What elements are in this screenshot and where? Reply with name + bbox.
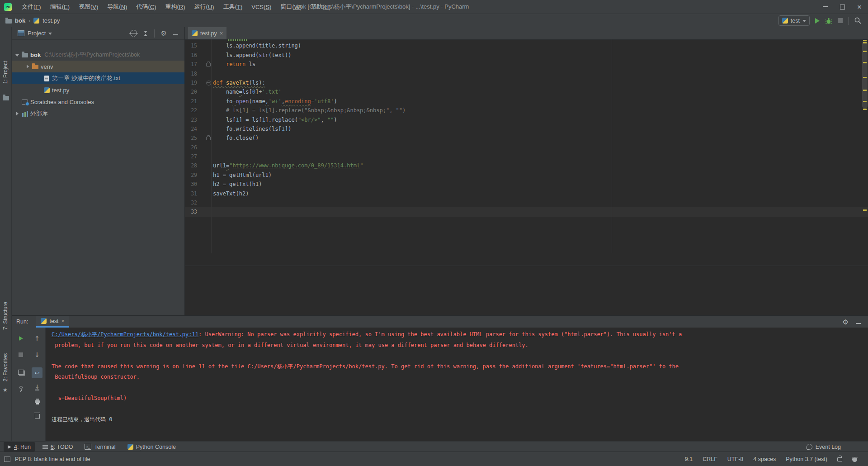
code-line-24[interactable]: 24 fo.writelines(ls[1]) <box>185 124 868 133</box>
gear-icon[interactable] <box>161 30 167 37</box>
run-console[interactable]: C:/Users/杨小平/PycharmProjects/bok/test.py… <box>46 328 868 442</box>
status-widget-4[interactable]: Python 3.7 (test) <box>786 456 827 462</box>
tree-item-3[interactable]: test.py <box>12 84 184 96</box>
pin-tab-button[interactable] <box>15 382 26 393</box>
hide-panel-icon[interactable] <box>856 323 861 324</box>
line-number[interactable]: 32 <box>188 198 197 207</box>
tool-stripe-favorites[interactable]: 2: Favorites <box>1 349 10 385</box>
rerun-button[interactable] <box>15 333 26 344</box>
line-number[interactable]: 17 <box>188 60 197 69</box>
line-number[interactable]: 31 <box>188 189 197 198</box>
down-stacktrace-button[interactable]: ↓ <box>32 349 42 360</box>
tool-stripe-structure[interactable]: 7: Structure <box>1 298 10 334</box>
line-number[interactable]: 19 <box>188 78 197 87</box>
warning-stripe-mark[interactable] <box>863 42 867 43</box>
code-line-17[interactable]: 17 return ls <box>185 60 868 69</box>
breadcrumb-project[interactable]: bok <box>15 17 25 24</box>
breadcrumb-file[interactable]: test.py <box>42 17 60 24</box>
chevron-right-icon[interactable] <box>16 112 19 115</box>
code-line-30[interactable]: 30h2 = getTxt(h1) <box>185 180 868 189</box>
favorites-star-icon[interactable]: ★ <box>3 387 8 393</box>
warning-stripe-mark[interactable] <box>863 40 867 41</box>
line-number[interactable]: 26 <box>188 143 197 152</box>
event-log-button[interactable]: Event Log <box>807 444 841 450</box>
menubar-item-6[interactable]: 运行(U) <box>190 0 219 14</box>
code-line-26[interactable]: 26 <box>185 143 868 152</box>
code-line-18[interactable]: 18 <box>185 69 868 78</box>
print-button[interactable] <box>32 396 42 407</box>
line-number[interactable]: 16 <box>188 51 197 60</box>
line-number[interactable]: 29 <box>188 171 197 180</box>
code-line-25[interactable]: 25 fo.close() <box>185 133 868 143</box>
menubar-item-5[interactable]: 重构(R) <box>161 0 190 14</box>
chevron-down-icon[interactable] <box>48 33 52 35</box>
code-line-16[interactable]: 16 ls.append(str(text)) <box>185 51 868 60</box>
up-stacktrace-button[interactable]: ↑ <box>32 333 42 344</box>
unlock-icon[interactable] <box>837 457 842 461</box>
search-everywhere-button[interactable] <box>854 17 862 24</box>
code-line-31[interactable]: 31saveTxt(h2) <box>185 189 868 198</box>
project-stripe-icon[interactable] <box>3 96 9 100</box>
toolwindow-button--run[interactable]: 4: Run <box>4 442 35 452</box>
line-number[interactable]: 18 <box>188 69 197 78</box>
code-line-21[interactable]: 21 fo=open(name,'w+',encoding='utf8') <box>185 97 868 106</box>
close-button[interactable] <box>851 0 868 14</box>
console-file-link[interactable]: C:/Users/杨小平/PycharmProjects/bok/test.py… <box>52 331 198 338</box>
tree-item-0[interactable]: bokC:\Users\杨小平\PycharmProjects\bok <box>12 49 184 61</box>
line-number[interactable]: 30 <box>188 180 197 189</box>
line-number[interactable]: 24 <box>188 124 197 133</box>
code-line-15[interactable]: 15 ls.append(title.string) <box>185 41 868 50</box>
warning-stripe-mark[interactable] <box>863 77 867 78</box>
line-number[interactable]: 28 <box>188 161 197 170</box>
tool-stripe-project[interactable]: 1: Project <box>1 54 10 90</box>
close-tab-icon[interactable] <box>220 30 223 36</box>
status-widget-0[interactable]: 9:1 <box>685 456 693 462</box>
code-line-29[interactable]: 29h1 = getHtml(url1) <box>185 171 868 180</box>
code-line-22[interactable]: 22 # ls[1] = ls[1].replace("&nbsp;&nbsp;… <box>185 106 868 115</box>
code-line-28[interactable]: 28url1="https://www.nbiquge.com/0_89/153… <box>185 161 868 170</box>
warning-stripe-mark[interactable] <box>863 101 867 102</box>
code-line-32[interactable]: 32 <box>185 198 868 207</box>
warning-stripe-mark[interactable] <box>863 90 867 91</box>
code-line-23[interactable]: 23 ls[1] = ls[1].replace("<br/>", "") <box>185 115 868 124</box>
stop-button[interactable] <box>838 18 843 23</box>
gear-icon[interactable] <box>843 319 849 325</box>
toolwindow-button--todo[interactable]: 6: TODO <box>38 442 77 452</box>
chevron-right-icon[interactable] <box>27 65 29 68</box>
locate-file-icon[interactable] <box>130 30 137 37</box>
fold-marker-icon[interactable] <box>206 81 211 86</box>
run-config-select[interactable]: test <box>778 15 810 26</box>
toolwindow-button-python-console[interactable]: Python Console <box>123 442 180 452</box>
menubar-item-2[interactable]: 视图(V) <box>74 0 103 14</box>
menubar-item-8[interactable]: VCS(S) <box>247 0 276 14</box>
line-number[interactable]: 21 <box>188 97 197 106</box>
tree-item-4[interactable]: Scratches and Consoles <box>12 96 184 108</box>
status-widget-1[interactable]: CRLF <box>703 456 717 462</box>
line-number[interactable]: 22 <box>188 106 197 115</box>
inspections-profile-icon[interactable] <box>852 457 857 462</box>
clear-all-button[interactable] <box>32 411 42 422</box>
maximize-button[interactable] <box>834 0 851 14</box>
menubar-item-3[interactable]: 导航(N) <box>103 0 132 14</box>
warning-stripe-mark[interactable] <box>863 62 867 63</box>
warning-stripe-mark[interactable] <box>863 51 867 52</box>
line-number[interactable]: 33 <box>188 207 197 216</box>
restore-layout-button[interactable] <box>16 367 27 378</box>
line-number[interactable]: 23 <box>188 115 197 124</box>
toolwindow-button-terminal[interactable]: Terminal <box>80 442 119 452</box>
tree-item-5[interactable]: 外部库 <box>12 108 184 119</box>
line-number[interactable]: 27 <box>188 152 197 161</box>
status-widget-3[interactable]: 4 spaces <box>753 456 776 462</box>
menubar-item-0[interactable]: 文件(F) <box>17 0 46 14</box>
collapse-all-icon[interactable] <box>143 30 148 37</box>
line-number[interactable]: 25 <box>188 133 197 143</box>
code-line-27[interactable]: 27 <box>185 152 868 161</box>
code-line-33[interactable]: 33 <box>185 207 868 216</box>
chevron-down-icon[interactable] <box>15 54 19 57</box>
run-tab[interactable]: test <box>36 316 69 328</box>
code-editor[interactable]: 1415 ls.append(title.string)16 ls.append… <box>185 39 868 315</box>
close-tab-icon[interactable] <box>61 319 65 324</box>
code-line-19[interactable]: 19def saveTxt(ls): <box>185 78 868 87</box>
hide-panel-icon[interactable] <box>173 34 178 35</box>
project-panel-title[interactable]: Project <box>28 30 46 37</box>
